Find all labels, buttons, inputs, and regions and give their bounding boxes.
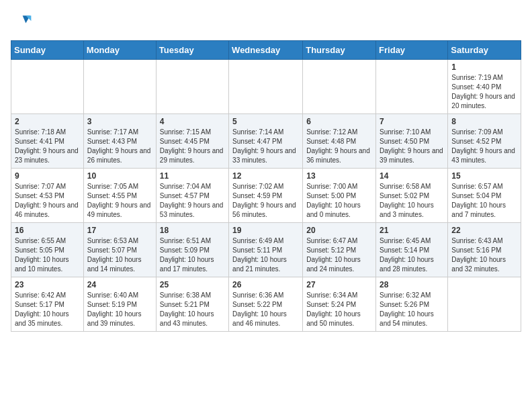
day-number: 28 [380,280,444,289]
calendar-cell: 3Sunrise: 7:17 AM Sunset: 4:43 PM Daylig… [83,114,156,169]
day-number: 4 [160,117,225,126]
day-number: 21 [380,226,444,235]
calendar-cell: 20Sunrise: 6:47 AM Sunset: 5:12 PM Dayli… [303,223,376,277]
page-header [11,11,521,32]
weekday-header-tuesday: Tuesday [156,41,228,60]
day-number: 19 [232,226,299,235]
day-info: Sunrise: 6:57 AM Sunset: 5:04 PM Dayligh… [451,182,517,220]
calendar-week-row: 9Sunrise: 7:07 AM Sunset: 4:53 PM Daylig… [11,169,521,223]
day-info: Sunrise: 6:45 AM Sunset: 5:14 PM Dayligh… [380,236,444,274]
weekday-header-wednesday: Wednesday [229,41,303,60]
day-number: 13 [306,171,372,181]
day-info: Sunrise: 7:14 AM Sunset: 4:47 PM Dayligh… [232,128,299,165]
day-info: Sunrise: 6:40 AM Sunset: 5:19 PM Dayligh… [87,291,152,328]
calendar-cell [376,60,448,114]
calendar-week-row: 1Sunrise: 7:19 AM Sunset: 4:40 PM Daylig… [11,60,521,114]
day-number: 17 [87,226,152,235]
calendar-cell: 24Sunrise: 6:40 AM Sunset: 5:19 PM Dayli… [83,277,156,332]
day-info: Sunrise: 7:07 AM Sunset: 4:53 PM Dayligh… [15,182,80,220]
calendar-cell: 14Sunrise: 6:58 AM Sunset: 5:02 PM Dayli… [376,169,448,223]
calendar-week-row: 2Sunrise: 7:18 AM Sunset: 4:41 PM Daylig… [11,114,521,169]
day-info: Sunrise: 7:18 AM Sunset: 4:41 PM Dayligh… [15,128,80,165]
calendar-cell: 5Sunrise: 7:14 AM Sunset: 4:47 PM Daylig… [229,114,303,169]
calendar-cell: 15Sunrise: 6:57 AM Sunset: 5:04 PM Dayli… [448,169,521,223]
calendar-cell: 7Sunrise: 7:10 AM Sunset: 4:50 PM Daylig… [376,114,448,169]
day-number: 8 [451,117,517,126]
logo-icon [11,11,32,32]
day-info: Sunrise: 6:34 AM Sunset: 5:24 PM Dayligh… [306,291,372,328]
day-number: 24 [87,280,152,289]
day-number: 10 [87,171,152,181]
calendar-table: SundayMondayTuesdayWednesdayThursdayFrid… [11,40,521,332]
calendar-cell [83,60,156,114]
day-info: Sunrise: 7:09 AM Sunset: 4:52 PM Dayligh… [451,128,517,165]
day-number: 15 [451,171,517,181]
day-number: 26 [232,280,299,289]
day-number: 27 [306,280,372,289]
calendar-cell [229,60,303,114]
day-number: 25 [160,280,225,289]
day-info: Sunrise: 6:53 AM Sunset: 5:07 PM Dayligh… [87,236,152,274]
weekday-header-row: SundayMondayTuesdayWednesdayThursdayFrid… [11,41,521,60]
calendar-cell: 26Sunrise: 6:36 AM Sunset: 5:22 PM Dayli… [229,277,303,332]
calendar-cell [11,60,84,114]
weekday-header-friday: Friday [376,41,448,60]
day-number: 9 [15,171,80,181]
calendar-cell: 12Sunrise: 7:02 AM Sunset: 4:59 PM Dayli… [229,169,303,223]
calendar-cell: 18Sunrise: 6:51 AM Sunset: 5:09 PM Dayli… [156,223,228,277]
day-info: Sunrise: 7:19 AM Sunset: 4:40 PM Dayligh… [451,73,517,111]
day-info: Sunrise: 6:38 AM Sunset: 5:21 PM Dayligh… [160,291,225,328]
calendar-cell: 4Sunrise: 7:15 AM Sunset: 4:45 PM Daylig… [156,114,228,169]
day-number: 2 [15,117,80,126]
calendar-cell: 17Sunrise: 6:53 AM Sunset: 5:07 PM Dayli… [83,223,156,277]
day-info: Sunrise: 7:04 AM Sunset: 4:57 PM Dayligh… [160,182,225,220]
day-number: 7 [380,117,444,126]
calendar-week-row: 23Sunrise: 6:42 AM Sunset: 5:17 PM Dayli… [11,277,521,332]
calendar-cell [156,60,228,114]
day-info: Sunrise: 6:32 AM Sunset: 5:26 PM Dayligh… [380,291,444,328]
day-number: 18 [160,226,225,235]
weekday-header-sunday: Sunday [11,41,84,60]
day-info: Sunrise: 7:17 AM Sunset: 4:43 PM Dayligh… [87,128,152,165]
day-number: 16 [15,226,80,235]
calendar-cell: 25Sunrise: 6:38 AM Sunset: 5:21 PM Dayli… [156,277,228,332]
calendar-cell: 28Sunrise: 6:32 AM Sunset: 5:26 PM Dayli… [376,277,448,332]
calendar-cell: 1Sunrise: 7:19 AM Sunset: 4:40 PM Daylig… [448,60,521,114]
calendar-cell: 16Sunrise: 6:55 AM Sunset: 5:05 PM Dayli… [11,223,84,277]
calendar-cell: 22Sunrise: 6:43 AM Sunset: 5:16 PM Dayli… [448,223,521,277]
weekday-header-saturday: Saturday [448,41,521,60]
day-number: 3 [87,117,152,126]
calendar-cell [448,277,521,332]
calendar-cell: 10Sunrise: 7:05 AM Sunset: 4:55 PM Dayli… [83,169,156,223]
calendar-cell: 23Sunrise: 6:42 AM Sunset: 5:17 PM Dayli… [11,277,84,332]
day-number: 23 [15,280,80,289]
calendar-cell: 27Sunrise: 6:34 AM Sunset: 5:24 PM Dayli… [303,277,376,332]
calendar-week-row: 16Sunrise: 6:55 AM Sunset: 5:05 PM Dayli… [11,223,521,277]
calendar-cell: 11Sunrise: 7:04 AM Sunset: 4:57 PM Dayli… [156,169,228,223]
day-info: Sunrise: 6:47 AM Sunset: 5:12 PM Dayligh… [306,236,372,274]
calendar-cell: 19Sunrise: 6:49 AM Sunset: 5:11 PM Dayli… [229,223,303,277]
day-number: 22 [451,226,517,235]
day-info: Sunrise: 7:02 AM Sunset: 4:59 PM Dayligh… [232,182,299,220]
logo [11,11,32,32]
day-info: Sunrise: 7:10 AM Sunset: 4:50 PM Dayligh… [380,128,444,165]
weekday-header-monday: Monday [83,41,156,60]
day-info: Sunrise: 6:51 AM Sunset: 5:09 PM Dayligh… [160,236,225,274]
day-info: Sunrise: 6:58 AM Sunset: 5:02 PM Dayligh… [380,182,444,220]
calendar-cell [303,60,376,114]
day-number: 20 [306,226,372,235]
day-info: Sunrise: 7:15 AM Sunset: 4:45 PM Dayligh… [160,128,225,165]
day-info: Sunrise: 6:55 AM Sunset: 5:05 PM Dayligh… [15,236,80,274]
day-info: Sunrise: 6:42 AM Sunset: 5:17 PM Dayligh… [15,291,80,328]
calendar-cell: 8Sunrise: 7:09 AM Sunset: 4:52 PM Daylig… [448,114,521,169]
calendar-cell: 21Sunrise: 6:45 AM Sunset: 5:14 PM Dayli… [376,223,448,277]
day-info: Sunrise: 6:43 AM Sunset: 5:16 PM Dayligh… [451,236,517,274]
day-number: 1 [451,62,517,72]
day-number: 12 [232,171,299,181]
day-number: 6 [306,117,372,126]
day-number: 11 [160,171,225,181]
calendar-cell: 2Sunrise: 7:18 AM Sunset: 4:41 PM Daylig… [11,114,84,169]
calendar-cell: 9Sunrise: 7:07 AM Sunset: 4:53 PM Daylig… [11,169,84,223]
day-number: 5 [232,117,299,126]
weekday-header-thursday: Thursday [303,41,376,60]
